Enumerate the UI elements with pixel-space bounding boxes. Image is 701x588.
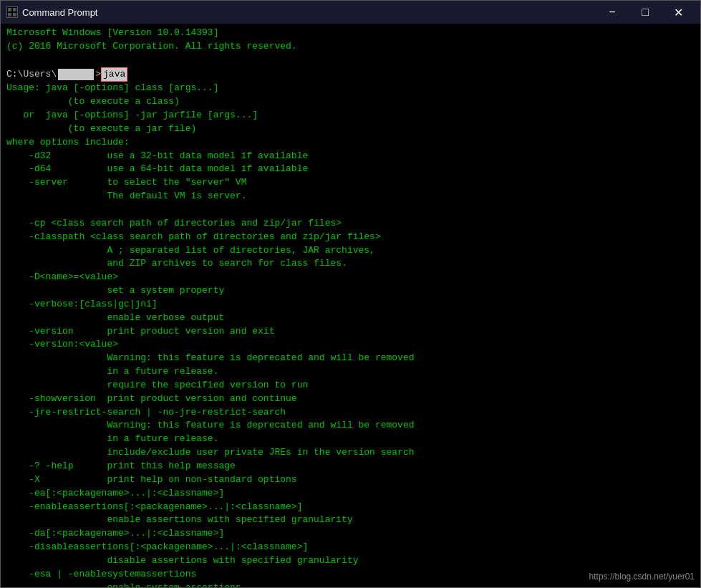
redacted-username [58,69,94,80]
svg-rect-0 [8,8,11,11]
terminal-line: enable system assertions [6,582,695,587]
svg-rect-2 [8,13,11,16]
terminal-line: Usage: java [-options] class [args...] [6,82,695,95]
terminal-line: -disableassertions[:<packagename>...|:<c… [6,541,695,554]
terminal-line: in a future release. [6,433,695,446]
terminal-line: or java [-options] -jar jarfile [args...… [6,109,695,122]
terminal-line: A ; separated list of directories, JAR a… [6,244,695,258]
prompt-gt: > [95,68,101,82]
terminal-line: -server to select the "server" VM [6,176,695,190]
terminal-body[interactable]: Microsoft Windows [Version 10.0.14393] (… [1,24,700,587]
terminal-line: disable assertions with specified granul… [6,554,695,568]
command-prompt-window: Command Prompt − □ ✕ Microsoft Windows [… [0,0,701,588]
terminal-line: in a future release. [6,365,695,379]
watermark: https://blog.csdn.net/yuer01 [589,572,695,582]
terminal-line: -ea[:<packagename>...|:<classname>] [6,487,695,501]
terminal-line: (to execute a class) [6,95,695,109]
terminal-line [6,203,695,217]
terminal-line: -? -help print this help message [6,460,695,473]
window-icon [6,6,18,18]
terminal-line [6,54,695,67]
terminal-line: The default VM is server. [6,190,695,203]
terminal-line: -X print help on non-standard options [6,473,695,487]
terminal-line: Warning: this feature is deprecated and … [6,352,695,365]
terminal-line: (to execute a jar file) [6,122,695,136]
terminal-line: -d64 use a 64-bit data model if availabl… [6,163,695,176]
terminal-line: include/exclude user private JREs in the… [6,446,695,460]
terminal-line: Microsoft Windows [Version 10.0.14393] [6,26,695,40]
prompt-prefix: C:\Users\ [6,68,57,82]
terminal-line: Warning: this feature is deprecated and … [6,419,695,433]
terminal-line: -D<name>=<value> [6,271,695,284]
terminal-line: -classpath <class search path of directo… [6,231,695,244]
terminal-line: enable verbose output [6,312,695,325]
terminal-line: -showversion print product version and c… [6,392,695,406]
close-button[interactable]: ✕ [662,1,695,24]
terminal-line: enable assertions with specified granula… [6,514,695,527]
terminal-line: -d32 use a 32-bit data model if availabl… [6,150,695,163]
svg-rect-3 [13,13,16,16]
window-controls: − □ ✕ [596,1,695,24]
terminal-line: -da[:<packagename>...|:<classname>] [6,527,695,541]
terminal-line: -version print product version and exit [6,325,695,339]
terminal-line: -version:<value> [6,338,695,352]
terminal-line: (c) 2016 Microsoft Corporation. All righ… [6,40,695,54]
terminal-line: -jre-restrict-search | -no-jre-restrict-… [6,406,695,420]
terminal-line: where options include: [6,136,695,150]
terminal-line: -enableassertions[:<packagename>...|:<cl… [6,501,695,514]
window-title: Command Prompt [22,7,596,18]
maximize-button[interactable]: □ [629,1,662,24]
terminal-line: -cp <class search path of directories an… [6,217,695,231]
terminal-line: set a system property [6,284,695,298]
title-bar: Command Prompt − □ ✕ [1,1,700,24]
java-command: java [101,67,127,82]
minimize-button[interactable]: − [596,1,629,24]
terminal-line: and ZIP archives to search for class fil… [6,257,695,271]
prompt-line: C:\Users\ >java [6,67,695,82]
svg-rect-1 [13,8,16,11]
terminal-line: require the specified version to run [6,379,695,392]
terminal-line: -verbose:[class|gc|jni] [6,298,695,312]
